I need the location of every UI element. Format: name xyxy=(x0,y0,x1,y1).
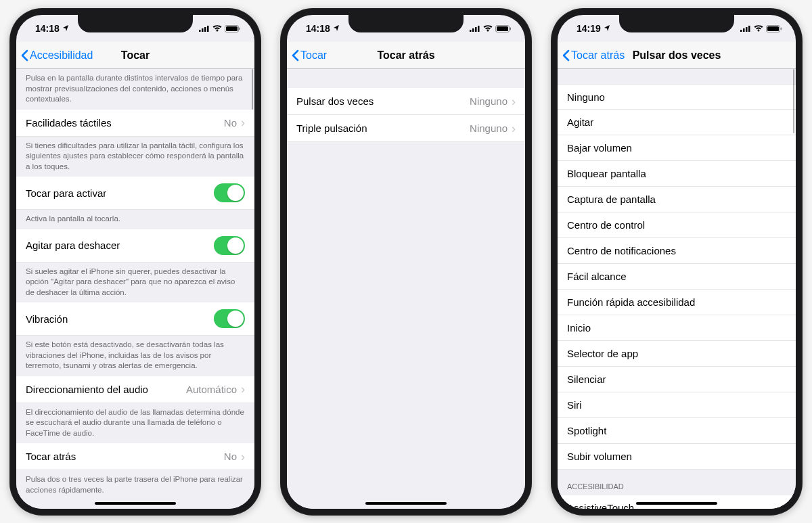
chevron-left-icon xyxy=(562,49,570,62)
option-row[interactable]: Bloquear pantalla xyxy=(558,161,796,187)
option-label: Inicio xyxy=(567,322,786,334)
row-facilidades-tactiles[interactable]: Facilidades táctiles No › xyxy=(16,110,254,137)
svg-rect-7 xyxy=(470,30,472,32)
option-label: Bloquear pantalla xyxy=(567,168,786,179)
home-indicator[interactable] xyxy=(365,502,447,505)
battery-icon xyxy=(766,25,782,32)
status-time: 14:19 xyxy=(577,23,601,34)
option-label: Bajar volumen xyxy=(567,142,786,154)
svg-rect-20 xyxy=(781,27,782,30)
nav-bar: Tocar atrás Pulsar dos veces xyxy=(558,42,796,69)
settings-content[interactable]: Pulsar dos veces Ninguno › Triple pulsac… xyxy=(287,69,525,509)
row-label: Agitar para deshacer xyxy=(26,240,214,251)
svg-rect-3 xyxy=(207,26,209,32)
home-indicator[interactable] xyxy=(95,502,176,505)
back-label: Accesibilidad xyxy=(30,49,93,62)
battery-icon xyxy=(225,25,241,32)
row-vibracion[interactable]: Vibración xyxy=(16,302,254,336)
footer-tocar-activar: Activa la pantalla al tocarla. xyxy=(16,210,254,229)
option-label: Siri xyxy=(567,399,786,411)
chevron-right-icon: › xyxy=(241,383,245,395)
notch xyxy=(78,15,193,32)
toggle-on[interactable] xyxy=(214,236,245,255)
footer-audio: El direccionamiento del audio de las lla… xyxy=(16,403,254,444)
back-button[interactable]: Tocar atrás xyxy=(562,49,625,62)
option-row[interactable]: Spotlight xyxy=(558,418,796,444)
settings-content[interactable]: Pulsa en la pantalla durante distintos i… xyxy=(16,69,254,509)
wifi-icon xyxy=(212,25,222,32)
toggle-on[interactable] xyxy=(214,309,245,328)
svg-rect-12 xyxy=(497,26,508,31)
chevron-left-icon xyxy=(291,49,299,62)
option-row[interactable]: Centro de control xyxy=(558,212,796,238)
svg-rect-19 xyxy=(767,26,779,31)
home-indicator[interactable] xyxy=(636,502,717,505)
row-label: Tocar para activar xyxy=(26,187,214,199)
option-label: Spotlight xyxy=(567,425,786,436)
option-row[interactable]: Captura de pantalla xyxy=(558,187,796,212)
phone-frame-2: 14:18 Tocar Tocar atrás Pulsar dos veces… xyxy=(280,8,532,516)
chevron-right-icon: › xyxy=(512,122,516,135)
scroll-indicator[interactable] xyxy=(793,69,795,133)
signal-icon xyxy=(199,25,210,32)
signal-icon xyxy=(740,25,751,32)
row-label: Direccionamiento del audio xyxy=(26,384,186,395)
svg-rect-6 xyxy=(240,27,241,30)
svg-rect-1 xyxy=(202,28,204,32)
option-row[interactable]: Subir volumen xyxy=(558,444,796,470)
signal-icon xyxy=(470,25,480,32)
back-button[interactable]: Accesibilidad xyxy=(20,49,93,62)
location-icon xyxy=(333,25,340,32)
option-row[interactable]: Silenciar xyxy=(558,367,796,392)
option-label: Función rápida accesibilidad xyxy=(567,296,786,308)
option-label: Centro de control xyxy=(567,219,786,231)
option-row[interactable]: Centro de notificaciones xyxy=(558,238,796,264)
option-label: Captura de pantalla xyxy=(567,194,786,205)
phone-screen-1: 14:18 Accesibilidad Tocar Pulsa en la pa… xyxy=(16,15,254,509)
option-row[interactable]: Bajar volumen xyxy=(558,135,796,161)
option-row[interactable]: Selector de app xyxy=(558,341,796,367)
row-value: No xyxy=(224,451,237,462)
footer-agitar: Si sueles agitar el iPhone sin querer, p… xyxy=(16,263,254,303)
row-direccionamiento-audio[interactable]: Direccionamiento del audio Automático › xyxy=(16,376,254,403)
option-row[interactable]: Siri xyxy=(558,392,796,418)
chevron-right-icon: › xyxy=(512,95,516,108)
intro-text: Pulsa en la pantalla durante distintos i… xyxy=(16,69,254,110)
row-tocar-para-activar[interactable]: Tocar para activar xyxy=(16,177,254,210)
row-label: Tocar atrás xyxy=(26,451,224,462)
option-label: Centro de notificaciones xyxy=(567,245,786,256)
row-value: Automático xyxy=(186,384,237,395)
nav-bar: Tocar Tocar atrás xyxy=(287,42,525,69)
chevron-right-icon: › xyxy=(241,116,245,129)
svg-rect-17 xyxy=(748,26,750,32)
row-label: Pulsar dos veces xyxy=(296,95,470,107)
scroll-indicator[interactable] xyxy=(252,69,254,110)
option-label: Ninguno xyxy=(567,91,786,103)
back-button[interactable]: Tocar xyxy=(291,49,327,62)
svg-rect-10 xyxy=(478,26,480,32)
row-value: Ninguno xyxy=(470,122,508,134)
nav-title: Tocar xyxy=(121,49,150,62)
row-value: No xyxy=(224,117,237,129)
chevron-left-icon xyxy=(20,49,28,62)
row-agitar-deshacer[interactable]: Agitar para deshacer xyxy=(16,229,254,263)
location-icon xyxy=(604,25,610,32)
option-label: Selector de app xyxy=(567,348,786,359)
status-time: 14:18 xyxy=(306,23,330,34)
option-row[interactable]: Ninguno xyxy=(558,84,796,110)
option-row[interactable]: Inicio xyxy=(558,315,796,341)
toggle-on[interactable] xyxy=(214,183,245,202)
row-pulsar-dos-veces[interactable]: Pulsar dos veces Ninguno › xyxy=(287,88,525,115)
option-label: Fácil alcance xyxy=(567,271,786,282)
wifi-icon xyxy=(754,25,763,32)
option-row[interactable]: Función rápida accesibilidad xyxy=(558,290,796,315)
option-row[interactable]: Fácil alcance xyxy=(558,264,796,290)
option-row[interactable]: Agitar xyxy=(558,110,796,135)
svg-rect-2 xyxy=(204,27,206,32)
option-label: Agitar xyxy=(567,116,786,128)
row-value: Ninguno xyxy=(470,95,508,107)
row-triple-pulsacion[interactable]: Triple pulsación Ninguno › xyxy=(287,115,525,142)
options-list[interactable]: NingunoAgitarBajar volumenBloquear panta… xyxy=(558,69,796,509)
phone-frame-3: 14:19 Tocar atrás Pulsar dos veces Ningu… xyxy=(551,8,803,516)
row-tocar-atras[interactable]: Tocar atrás No › xyxy=(16,443,254,470)
